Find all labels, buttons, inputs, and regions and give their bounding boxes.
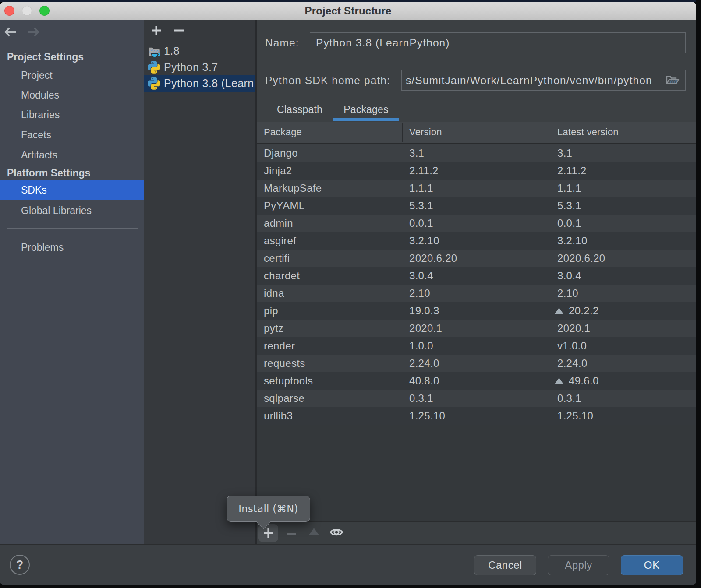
name-input[interactable]: Python 3.8 (LearnPython)	[310, 32, 686, 53]
sidebar-item-libraries[interactable]: Libraries	[0, 105, 144, 124]
forward-arrow-icon	[27, 27, 40, 37]
package-row-chardet[interactable]: chardet3.0.43.0.4	[257, 267, 696, 285]
cell-package: Jinja2	[264, 162, 292, 180]
cancel-button[interactable]: Cancel	[474, 555, 536, 575]
screenshot-stage: Project Structure Project SettingsProjec…	[0, 0, 701, 588]
sidebar-item-artifacts[interactable]: Artifacts	[0, 145, 144, 165]
upgrade-available-icon	[555, 308, 563, 314]
cell-package: Django	[264, 144, 298, 162]
cell-package: pytz	[264, 320, 283, 337]
cell-latest-version: 1.25.10	[557, 407, 593, 425]
package-row-admin[interactable]: admin0.0.10.0.1	[257, 215, 696, 232]
browse-folder-icon[interactable]	[666, 74, 680, 87]
cell-version: 19.0.3	[409, 302, 439, 320]
titlebar[interactable]: Project Structure	[0, 2, 696, 20]
cell-version: 1.1.1	[409, 180, 433, 197]
sdk-item-1-8[interactable]: 1.8	[144, 43, 256, 59]
cell-version: 3.0.4	[409, 267, 433, 285]
cell-latest-version: 2.24.0	[557, 355, 588, 372]
sidebar-item-problems[interactable]: Problems	[0, 238, 144, 257]
cell-version: 40.8.0	[409, 372, 439, 390]
cell-version: 5.3.1	[409, 197, 433, 215]
cell-version: 2.10	[409, 285, 430, 302]
package-row-django[interactable]: Django3.13.1	[257, 144, 696, 162]
remove-sdk-icon[interactable]	[174, 25, 184, 35]
jdk-icon	[148, 45, 160, 57]
sidebar-item-facets[interactable]: Facets	[0, 125, 144, 144]
package-row-markupsafe[interactable]: MarkupSafe1.1.11.1.1	[257, 180, 696, 197]
apply-button[interactable]: Apply	[548, 555, 609, 575]
sdk-item-label: 1.8	[164, 45, 180, 57]
cell-latest-version: 2020.1	[557, 320, 590, 337]
column-header-latest-version[interactable]: Latest version	[557, 122, 619, 143]
package-row-pyyaml[interactable]: PyYAML5.3.15.3.1	[257, 197, 696, 215]
install-plus-icon	[263, 528, 273, 538]
tab-packages[interactable]: Packages	[333, 102, 399, 118]
package-row-sqlparse[interactable]: sqlparse0.3.10.3.1	[257, 390, 696, 407]
sdk-home-path-label: Python SDK home path:	[265, 74, 390, 87]
active-tab-underline	[333, 118, 399, 121]
sdk-item-python-3-8-learnpython-[interactable]: Python 3.8 (LearnPython)	[144, 75, 256, 92]
package-row-certifi[interactable]: certifi2020.6.202020.6.20	[257, 250, 696, 267]
cell-package: chardet	[264, 267, 300, 285]
column-separator[interactable]	[549, 123, 549, 142]
cell-latest-version: 2.10	[557, 285, 578, 302]
sidebar-item-modules[interactable]: Modules	[0, 85, 144, 105]
cell-package: pip	[264, 302, 278, 320]
package-row-pip[interactable]: pip19.0.320.2.2	[257, 302, 696, 320]
packages-table-empty-area	[257, 425, 696, 521]
back-arrow-icon[interactable]	[4, 27, 17, 37]
sidebar-item-project[interactable]: Project	[0, 66, 144, 85]
install-tooltip: Install (⌘N)	[227, 496, 310, 522]
project-structure-dialog: Project Structure Project SettingsProjec…	[0, 2, 696, 585]
sdk-home-path-input[interactable]: s/SumitJain/Work/LearnPython/venv/bin/py…	[401, 70, 686, 91]
cell-latest-version: 49.6.0	[555, 372, 599, 390]
sidebar-item-global-libraries[interactable]: Global Libraries	[0, 201, 144, 220]
sdk-item-label: Python 3.8 (LearnPython)	[164, 77, 256, 90]
uninstall-minus-icon[interactable]	[287, 533, 297, 535]
tab-classpath[interactable]: Classpath	[266, 102, 333, 118]
sidebar-separator	[7, 228, 138, 229]
cell-package: idna	[264, 285, 284, 302]
cell-latest-version: 3.0.4	[557, 267, 581, 285]
cell-latest-version: 1.1.1	[557, 180, 581, 197]
sidebar-item-sdks[interactable]: SDKs	[0, 180, 144, 200]
column-header-package[interactable]: Package	[264, 122, 302, 143]
cell-version: 2020.1	[409, 320, 442, 337]
cell-package: render	[264, 337, 295, 355]
cell-package: MarkupSafe	[264, 180, 322, 197]
cell-version: 3.2.10	[409, 232, 439, 250]
packages-table-header: Package Version Latest version	[257, 122, 696, 144]
cell-latest-version: 0.0.1	[557, 215, 581, 232]
cell-version: 0.0.1	[409, 215, 433, 232]
cell-package: sqlparse	[264, 390, 304, 407]
package-row-idna[interactable]: idna2.102.10	[257, 285, 696, 302]
sdk-list-toolbar	[144, 20, 256, 45]
python-icon	[148, 61, 160, 74]
dialog-footer: ? Cancel Apply OK	[0, 545, 696, 585]
cell-latest-version: 20.2.2	[555, 302, 599, 320]
ok-button[interactable]: OK	[621, 555, 683, 575]
sidebar-section-header: Project Settings	[0, 47, 144, 67]
cell-package: setuptools	[264, 372, 313, 390]
column-header-version[interactable]: Version	[409, 122, 442, 143]
show-early-releases-eye-icon[interactable]	[329, 527, 343, 537]
add-sdk-icon[interactable]	[151, 25, 161, 35]
column-separator[interactable]	[402, 123, 403, 142]
package-row-render[interactable]: render1.0.0v1.0.0	[257, 337, 696, 355]
package-row-asgiref[interactable]: asgiref3.2.103.2.10	[257, 232, 696, 250]
package-row-pytz[interactable]: pytz2020.12020.1	[257, 320, 696, 337]
package-row-requests[interactable]: requests2.24.02.24.0	[257, 355, 696, 372]
sdk-item-label: Python 3.7	[164, 61, 218, 74]
upgrade-triangle-icon[interactable]	[308, 528, 319, 535]
package-row-urllib3[interactable]: urllib31.25.101.25.10	[257, 407, 696, 425]
sidebar-section-header: Platform Settings	[0, 163, 144, 183]
package-row-setuptools[interactable]: setuptools40.8.049.6.0	[257, 372, 696, 390]
cell-version: 0.3.1	[409, 390, 433, 407]
package-row-jinja2[interactable]: Jinja22.11.22.11.2	[257, 162, 696, 180]
cell-latest-version: 5.3.1	[557, 197, 581, 215]
python-icon	[148, 77, 160, 90]
help-button[interactable]: ?	[10, 555, 30, 575]
sdk-item-python-3-7[interactable]: Python 3.7	[144, 59, 256, 75]
cell-version: 1.25.10	[409, 407, 445, 425]
